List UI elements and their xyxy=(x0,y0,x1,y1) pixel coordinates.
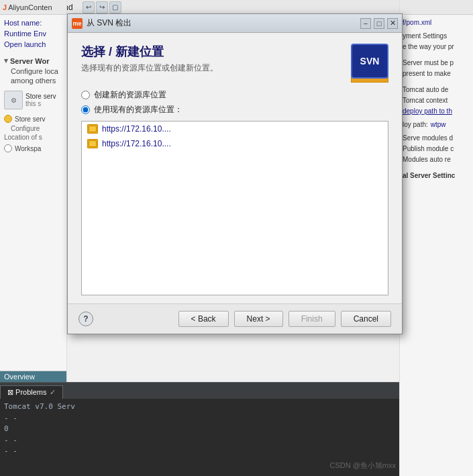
repo-item-2[interactable]: https://172.16.10.... xyxy=(82,136,388,151)
radio-create-label: 创建新的资源库位置 xyxy=(94,89,166,101)
repo-icon-1 xyxy=(87,124,98,134)
dialog-subtitle: 选择现有的资源库位置或创建新位置。 xyxy=(81,62,218,74)
back-button[interactable]: < Back xyxy=(178,311,229,327)
next-button[interactable]: Next > xyxy=(234,311,283,327)
dialog-header-row: 选择 / 新建位置 选择现有的资源库位置或创建新位置。 SVN xyxy=(81,44,388,83)
radio-use-option[interactable]: 使用现有的资源库位置： xyxy=(81,104,388,115)
radio-use-input[interactable] xyxy=(81,105,90,114)
cancel-button[interactable]: Cancel xyxy=(341,311,391,327)
repo-url-1: https://172.16.10.... xyxy=(102,124,171,134)
svn-logo-container: SVN xyxy=(351,44,388,83)
radio-create-option[interactable]: 创建新的资源库位置 xyxy=(81,89,388,101)
repo-icon-2 xyxy=(87,139,98,148)
modal-overlay: me 从 SVN 检出 − □ ✕ 选择 / 新建位置 选择现有的资源库位置或创… xyxy=(0,0,473,476)
svn-logo-text: SVN xyxy=(360,56,380,66)
help-button[interactable]: ? xyxy=(78,312,93,326)
dialog-minimize-btn[interactable]: − xyxy=(360,18,371,29)
dialog-heading-block: 选择 / 新建位置 选择现有的资源库位置或创建新位置。 xyxy=(81,44,218,74)
svn-checkout-dialog: me 从 SVN 检出 − □ ✕ 选择 / 新建位置 选择现有的资源库位置或创… xyxy=(67,13,403,334)
repo-url-2: https://172.16.10.... xyxy=(102,139,171,148)
repo-list[interactable]: https://172.16.10.... https://172.16.10.… xyxy=(81,121,388,295)
radio-group: 创建新的资源库位置 使用现有的资源库位置： xyxy=(81,89,388,115)
dialog-close-btn[interactable]: ✕ xyxy=(387,18,398,29)
dialog-title: 从 SVN 检出 xyxy=(87,17,360,29)
finish-button[interactable]: Finish xyxy=(288,311,335,327)
dialog-app-icon: me xyxy=(72,18,83,29)
dialog-controls: − □ ✕ xyxy=(360,18,398,29)
repo-item-1[interactable]: https://172.16.10.... xyxy=(82,122,388,136)
dialog-body: 选择 / 新建位置 选择现有的资源库位置或创建新位置。 SVN 创建新的资源库位… xyxy=(68,33,402,303)
radio-create-input[interactable] xyxy=(81,91,90,99)
dialog-maximize-btn[interactable]: □ xyxy=(374,18,384,29)
dialog-footer: ? < Back Next > Finish Cancel xyxy=(68,303,402,334)
radio-use-label: 使用现有的资源库位置： xyxy=(94,104,182,115)
svn-logo: SVN xyxy=(351,44,388,79)
dialog-titlebar: me 从 SVN 检出 − □ ✕ xyxy=(68,14,402,33)
dialog-heading: 选择 / 新建位置 xyxy=(81,44,218,60)
